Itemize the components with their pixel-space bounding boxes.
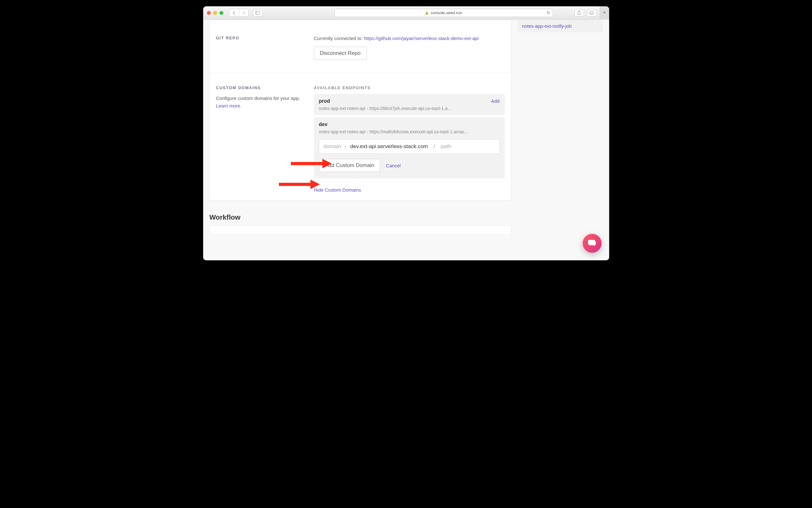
new-tab-button[interactable]: + — [600, 6, 609, 19]
svg-rect-3 — [590, 11, 594, 13]
dot-separator: · — [345, 143, 346, 150]
address-text: console.seed.run — [431, 10, 462, 15]
nav-buttons — [229, 9, 248, 17]
annotation-arrow — [291, 159, 332, 168]
available-endpoints-heading: AVAILABLE ENDPOINTS — [314, 85, 505, 90]
git-repo-section: GIT REPO Currently connected to: https:/… — [210, 20, 511, 73]
repo-url-link[interactable]: https://github.com/jayair/serverless-sta… — [364, 36, 478, 41]
browser-titlebar: 🔒 console.seed.run ↻ + — [203, 6, 609, 19]
subdomain-placeholder: domain — [324, 143, 341, 150]
workflow-card — [209, 225, 511, 235]
titlebar-right: + — [575, 6, 605, 19]
reload-icon[interactable]: ↻ — [547, 10, 550, 15]
share-button[interactable] — [575, 9, 584, 16]
svg-rect-0 — [256, 11, 260, 14]
close-window-button[interactable] — [207, 11, 211, 15]
browser-window: 🔒 console.seed.run ↻ + GIT REPO — [203, 6, 609, 260]
git-repo-title: GIT REPO — [216, 36, 308, 40]
back-button[interactable] — [229, 9, 239, 16]
domain-value: dev.ext-api.serverless-stack.com — [350, 143, 428, 150]
endpoint-dev: dev notes-app-ext-notes-api›https://ma6s… — [314, 117, 505, 178]
cancel-link[interactable]: Cancel — [386, 163, 401, 168]
disconnect-repo-button[interactable]: Disconnect Repo — [314, 47, 366, 60]
hide-custom-domains-link[interactable]: Hide Custom Domains — [314, 187, 361, 193]
page-content: GIT REPO Currently connected to: https:/… — [203, 19, 609, 260]
sidebar-item-notify-job[interactable]: notes-app-ext-notify-job — [518, 19, 603, 33]
sidebar-toggle-button[interactable] — [253, 9, 263, 16]
slash-separator: / — [431, 143, 437, 150]
endpoint-path: notes-app-ext-notes-api›https://8itrsl7j… — [319, 106, 491, 111]
tabs-button[interactable] — [587, 9, 596, 16]
custom-domains-section: CUSTOM DOMAINS Configure custom domains … — [210, 73, 511, 201]
traffic-lights — [207, 11, 223, 15]
address-bar[interactable]: 🔒 console.seed.run ↻ — [335, 9, 553, 17]
connected-repo-text: Currently connected to: https://github.c… — [314, 36, 505, 41]
workflow-heading: Workflow — [209, 213, 511, 221]
add-link[interactable]: Add — [491, 98, 500, 104]
minimize-window-button[interactable] — [213, 11, 217, 15]
custom-domains-desc: Configure custom domains for your app. L… — [216, 94, 308, 110]
chat-widget-button[interactable] — [583, 234, 602, 253]
path-placeholder: path — [441, 143, 451, 150]
endpoint-prod: prod notes-app-ext-notes-api›https://8it… — [314, 94, 505, 115]
maximize-window-button[interactable] — [220, 11, 223, 15]
endpoint-name: dev — [319, 122, 500, 127]
annotation-arrow — [279, 180, 320, 189]
endpoint-name: prod — [319, 98, 491, 104]
domain-input-row[interactable]: domain · dev.ext-api.serverless-stack.co… — [319, 139, 500, 154]
forward-button[interactable] — [239, 9, 248, 16]
settings-card: GIT REPO Currently connected to: https:/… — [209, 19, 511, 201]
lock-icon: 🔒 — [425, 11, 429, 14]
chat-icon — [588, 239, 596, 247]
endpoint-path: notes-app-ext-notes-api›https://ma6s64co… — [319, 129, 500, 134]
learn-more-link[interactable]: Learn more. — [216, 103, 242, 109]
custom-domains-title: CUSTOM DOMAINS — [216, 85, 308, 90]
